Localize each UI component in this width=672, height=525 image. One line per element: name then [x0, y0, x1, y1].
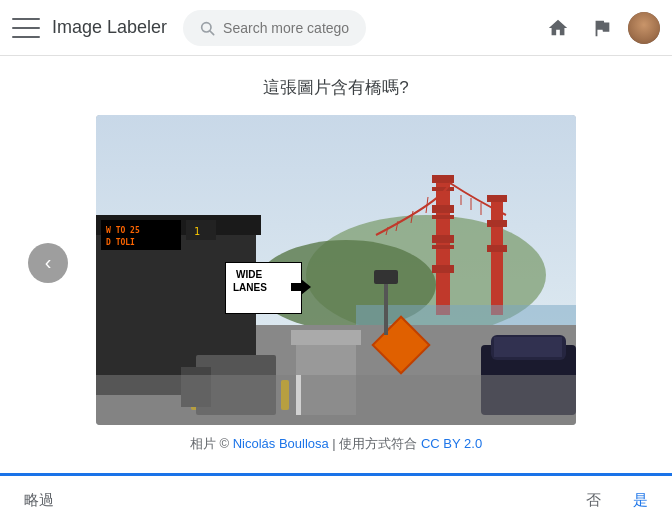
menu-icon[interactable]	[12, 18, 40, 38]
svg-rect-31	[186, 220, 216, 240]
no-button[interactable]: 否	[586, 491, 601, 510]
svg-rect-12	[432, 245, 454, 249]
attribution-prefix: 相片 ©	[190, 436, 233, 451]
svg-rect-56	[374, 270, 398, 284]
svg-rect-58	[296, 375, 301, 415]
footer-actions: 否 是	[586, 491, 648, 510]
home-button[interactable]	[540, 10, 576, 46]
svg-rect-52	[494, 337, 562, 357]
svg-text:W TO 25: W TO 25	[106, 226, 140, 235]
yes-button[interactable]: 是	[633, 491, 648, 510]
header: Image Labeler	[0, 0, 672, 56]
flag-button[interactable]	[584, 10, 620, 46]
svg-rect-16	[487, 245, 507, 252]
app-title: Image Labeler	[52, 17, 167, 38]
svg-rect-39	[291, 330, 361, 345]
attribution-author-link[interactable]: Nicolás Boullosa	[233, 436, 329, 451]
header-icons	[540, 10, 660, 46]
image-container: W TO 25 D TOLI 1 WIDE LANES	[96, 115, 576, 425]
attribution: 相片 © Nicolás Boullosa | 使用方式符合 CC BY 2.0	[190, 435, 482, 453]
attribution-middle: | 使用方式符合	[329, 436, 421, 451]
attribution-license-link[interactable]: CC BY 2.0	[421, 436, 482, 451]
prev-arrow[interactable]: ‹	[28, 243, 68, 283]
search-bar[interactable]	[183, 10, 365, 46]
question-text: 這張圖片含有橋嗎?	[263, 76, 408, 99]
footer: 略過 否 是	[0, 473, 672, 525]
svg-rect-9	[432, 265, 454, 273]
svg-rect-10	[432, 187, 454, 191]
svg-rect-11	[432, 215, 454, 219]
svg-rect-15	[487, 220, 507, 227]
skip-button[interactable]: 略過	[24, 491, 54, 510]
svg-rect-6	[432, 175, 454, 183]
svg-line-1	[210, 31, 214, 35]
svg-text:D TOLI: D TOLI	[106, 238, 135, 247]
main-content: 這張圖片含有橋嗎? ‹	[0, 56, 672, 473]
svg-rect-8	[432, 235, 454, 243]
svg-rect-57	[96, 375, 576, 425]
svg-text:WIDE: WIDE	[236, 269, 262, 280]
search-icon	[199, 20, 215, 36]
scene-image: W TO 25 D TOLI 1 WIDE LANES	[96, 115, 576, 425]
svg-text:1: 1	[194, 226, 200, 237]
search-input[interactable]	[223, 20, 349, 36]
svg-rect-14	[487, 195, 507, 202]
svg-rect-7	[432, 205, 454, 213]
svg-text:LANES: LANES	[233, 282, 267, 293]
avatar[interactable]	[628, 12, 660, 44]
